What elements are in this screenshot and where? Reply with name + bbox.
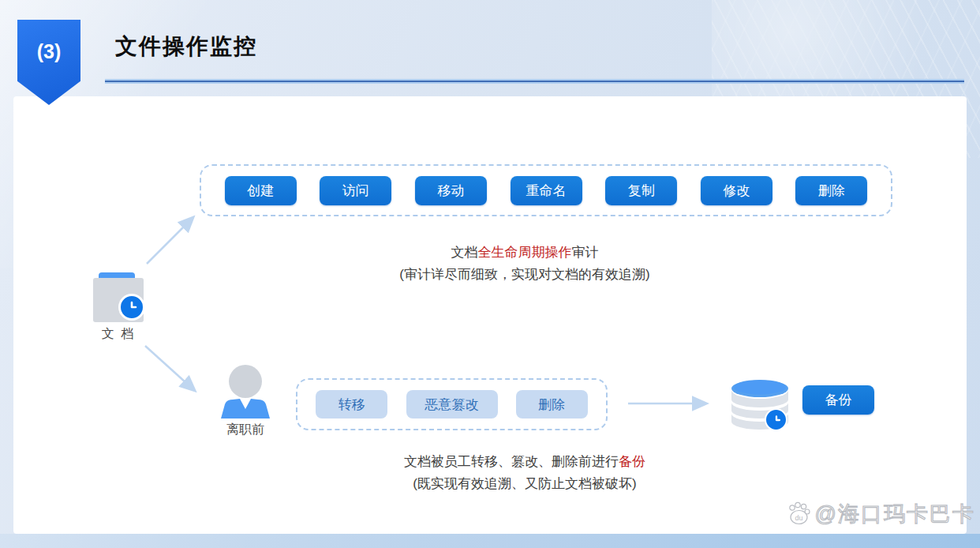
- document-folder-label: 文 档: [93, 326, 144, 343]
- page-title: 文件操作监控: [115, 32, 257, 62]
- caption-text: 审计: [572, 245, 599, 260]
- person-body: [221, 399, 270, 419]
- title-underline: [105, 79, 964, 84]
- caption-text: 文档: [451, 245, 478, 260]
- backup-caption-line2: (既实现有效追溯、又防止文档被破坏): [69, 473, 980, 495]
- clock-icon: [118, 294, 145, 321]
- watermark-text: @海口玛卡巴卡: [815, 500, 975, 528]
- clock-icon: [765, 408, 787, 431]
- copy-button[interactable]: 复制: [605, 176, 677, 205]
- leaver-label: 离职前: [215, 422, 276, 438]
- risk-actions-group: 转移 恶意篡改 删除: [296, 378, 608, 430]
- baidu-paw-icon: du: [785, 500, 814, 528]
- caption-highlight: 全生命周期操作: [478, 245, 572, 260]
- backup-database-icon: [729, 373, 791, 431]
- section-number-ribbon: (3): [17, 20, 80, 105]
- lifecycle-caption: 文档全生命周期操作审计 (审计详尽而细致，实现对文档的有效追溯): [69, 242, 980, 286]
- delete-risk-button[interactable]: 删除: [516, 390, 588, 419]
- delete-button[interactable]: 删除: [795, 176, 867, 205]
- create-button[interactable]: 创建: [225, 176, 297, 205]
- lifecycle-caption-line1: 文档全生命周期操作审计: [69, 242, 980, 264]
- modify-button[interactable]: 修改: [701, 176, 772, 205]
- lifecycle-caption-line2: (审计详尽而细致，实现对文档的有效追溯): [69, 264, 980, 286]
- backup-button[interactable]: 备份: [802, 385, 874, 415]
- paw-label: du: [795, 514, 802, 522]
- move-button[interactable]: 移动: [415, 176, 487, 205]
- access-button[interactable]: 访问: [320, 176, 391, 205]
- person-head: [229, 365, 262, 398]
- rename-button[interactable]: 重命名: [511, 176, 582, 205]
- backup-caption-line1: 文档被员工转移、篡改、删除前进行备份: [69, 451, 980, 473]
- lifecycle-operations-group: 创建 访问 移动 重命名 复制 修改 删除: [200, 164, 892, 216]
- transfer-button[interactable]: 转移: [316, 390, 387, 419]
- leaver-person-icon: [215, 363, 276, 420]
- bottom-strip: [0, 534, 980, 548]
- malicious-tamper-button[interactable]: 恶意篡改: [406, 390, 498, 419]
- backup-caption: 文档被员工转移、篡改、删除前进行备份 (既实现有效追溯、又防止文档被破坏): [69, 451, 980, 495]
- watermark: du @海口玛卡巴卡: [785, 500, 975, 528]
- caption-highlight: 备份: [619, 454, 645, 469]
- caption-text: 文档被员工转移、篡改、删除前进行: [404, 454, 619, 469]
- section-number: (3): [37, 40, 62, 105]
